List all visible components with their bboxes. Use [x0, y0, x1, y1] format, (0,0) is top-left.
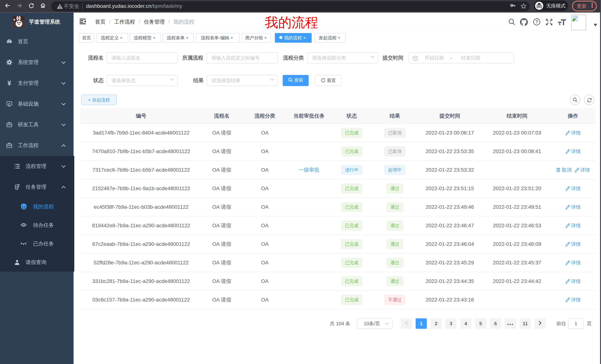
- svg-text:?: ?: [535, 19, 538, 24]
- svg-text:¥: ¥: [7, 80, 11, 86]
